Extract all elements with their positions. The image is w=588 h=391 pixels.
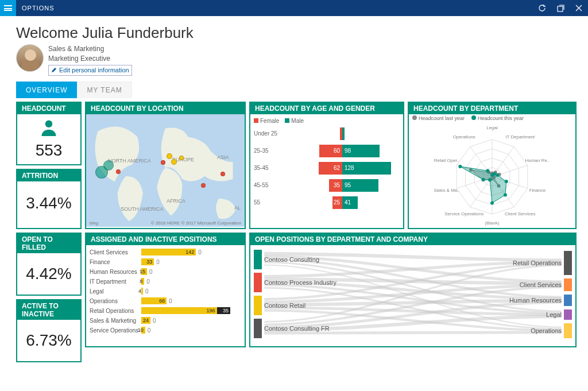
sankey-target: Human Resources <box>509 297 562 304</box>
avatar <box>16 44 44 72</box>
popout-icon[interactable] <box>551 0 570 16</box>
svg-rect-0 <box>558 6 563 11</box>
assigned-category: Retail Operations <box>90 308 141 314</box>
kpi-attrition-value: 3.44% <box>20 194 78 212</box>
hamburger-menu-icon[interactable] <box>0 0 16 16</box>
svg-point-30 <box>493 172 496 176</box>
age-gender-chart[interactable]: Female Male Under 25 1 4 25-35 60 98 35-… <box>250 114 403 227</box>
panel-headcount-by-age-gender: HEADCOUNT BY AGE AND GENDER Female Male … <box>249 102 404 229</box>
svg-point-1 <box>45 120 53 127</box>
window-controls <box>533 0 588 16</box>
assigned-category: Human Resources <box>90 269 141 275</box>
panel-assigned-inactive: ASSIGNED AND INACTIVE POSITIONS Client S… <box>85 233 246 347</box>
titlebar: OPTIONS <box>0 0 588 16</box>
ag-category: 25-35 <box>254 148 285 154</box>
svg-point-34 <box>490 201 494 204</box>
assigned-category: Service Operations <box>90 327 141 334</box>
page-title: Welcome Julia Funderburk <box>16 24 577 42</box>
titlebar-label: OPTIONS <box>16 5 533 11</box>
tab-overview[interactable]: OVERVIEW <box>16 82 77 98</box>
kpi-attrition-title: ATTRITION <box>17 170 80 181</box>
svg-point-32 <box>505 180 508 183</box>
kpi-attrition: ATTRITION 3.44% <box>16 169 82 229</box>
svg-text:Operations: Operations <box>453 134 475 140</box>
tab-my-team[interactable]: MY TEAM <box>77 82 131 98</box>
ag-category: 55 <box>254 199 285 206</box>
close-icon[interactable] <box>570 0 588 16</box>
svg-text:Client Services: Client Services <box>505 211 535 216</box>
sankey-source: Contoso Consulting <box>264 256 319 263</box>
assigned-category: IT Department <box>90 278 141 285</box>
kpi-open-to-filled: OPEN TO FILLED 4.42% <box>16 233 82 296</box>
sankey-target: Client Services <box>520 281 562 288</box>
svg-point-33 <box>504 193 507 197</box>
kpi-open-to-filled-value: 4.42% <box>20 265 78 283</box>
kpi-headcount: HEADCOUNT 553 <box>16 102 82 165</box>
assigned-category: Sales & Marketing <box>90 318 141 324</box>
world-map[interactable]: NORTH AMERICA SOUTH AMERICA EUROPE AFRIC… <box>86 114 245 227</box>
ag-category: 45-55 <box>254 182 285 188</box>
assigned-chart[interactable]: Client Services 142 0 Finance 33 0 Human… <box>86 245 245 338</box>
ag-category: Under 25 <box>254 130 285 137</box>
assigned-category: Legal <box>90 288 141 295</box>
assigned-category: Operations <box>90 298 141 304</box>
svg-line-13 <box>470 177 492 207</box>
assigned-category: Client Services <box>90 249 141 255</box>
svg-text:Sales & Ma..: Sales & Ma.. <box>434 188 459 193</box>
refresh-icon[interactable] <box>533 0 551 16</box>
svg-text:(Blank): (Blank) <box>485 220 500 226</box>
svg-point-35 <box>488 178 492 181</box>
svg-text:IT Department: IT Department <box>505 134 535 140</box>
sankey-source: Contoso Retail <box>264 302 305 309</box>
svg-text:Human Re..: Human Re.. <box>525 158 550 163</box>
assigned-category: Finance <box>90 259 141 265</box>
person-icon <box>20 119 78 140</box>
svg-point-38 <box>486 169 489 172</box>
kpi-active-to-inactive-value: 6.73% <box>20 331 78 350</box>
svg-text:Retail Oper..: Retail Oper.. <box>434 158 459 163</box>
sankey-source: Contoso Process Industry <box>264 279 336 286</box>
user-role: Marketing Executive <box>48 54 132 64</box>
svg-text:Service Operations: Service Operations <box>444 211 483 216</box>
ag-category: 35-45 <box>254 165 285 171</box>
tabs: OVERVIEW MY TEAM <box>16 82 577 98</box>
sankey-target: Operations <box>531 327 562 334</box>
edit-personal-info-link[interactable]: Edit personal information <box>48 65 132 76</box>
sankey-source: Contoso Consulting FR <box>264 325 330 332</box>
svg-point-31 <box>496 173 499 177</box>
panel-headcount-by-department: HEADCOUNT BY DEPARTMENT Headcount last y… <box>408 102 577 229</box>
kpi-active-to-inactive: ACTIVE TO INACTIVE 6.73% <box>16 299 82 362</box>
kpi-headcount-value: 553 <box>20 141 78 160</box>
pencil-icon <box>51 67 57 73</box>
svg-text:Legal: Legal <box>486 125 498 130</box>
panel-headcount-by-location: HEADCOUNT BY LOCATION NORTH AMERICA SOUT… <box>85 102 246 229</box>
sankey-target: Retail Operations <box>513 260 562 266</box>
sankey-chart[interactable]: Contoso ConsultingContoso Process Indust… <box>250 245 575 345</box>
panel-open-positions: OPEN POSITIONS BY DEPARTMENT AND COMPANY… <box>249 233 577 347</box>
user-department: Sales & Marketing <box>48 44 132 54</box>
radar-chart[interactable]: Headcount last year Headcount this year … <box>409 114 575 227</box>
svg-point-36 <box>482 178 485 181</box>
chart-legend: Female Male <box>254 118 400 124</box>
svg-point-37 <box>458 165 462 168</box>
svg-text:Finance: Finance <box>529 188 546 193</box>
sankey-target: Legal <box>546 311 562 318</box>
kpi-headcount-title: HEADCOUNT <box>17 103 80 114</box>
